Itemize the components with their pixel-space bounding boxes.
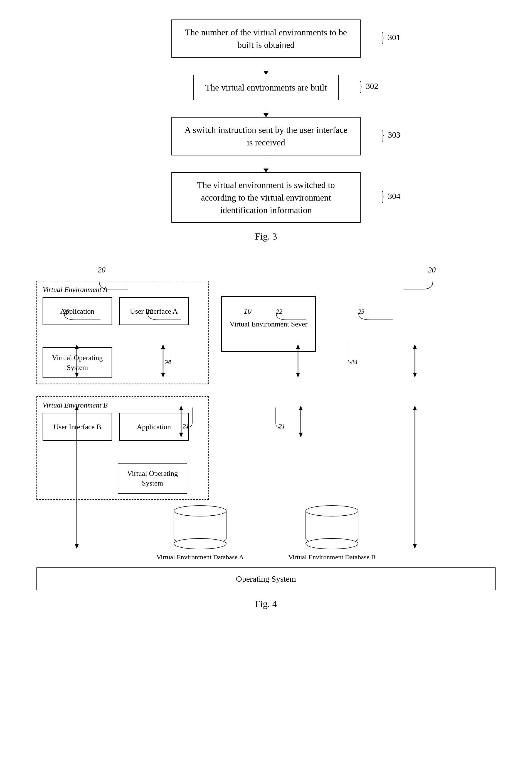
db-b-label: Virtual Environment Database B	[288, 553, 376, 561]
db-a-bottom	[174, 538, 226, 549]
fig4-caption: Fig. 4	[36, 599, 496, 609]
ve-b-top-row: User Interface B Application	[43, 413, 203, 441]
flow-step-4: The virtual environment is switched to a…	[171, 172, 361, 223]
db-a-cylinder	[174, 505, 226, 549]
flow-arrow-3	[266, 155, 267, 172]
db-row: Virtual Environment Database A Virtual E…	[36, 505, 496, 561]
flowchart-fig3: The number of the virtual environments t…	[33, 19, 499, 259]
flow-label-303: } 303	[380, 128, 400, 142]
ve-a-vos-box: Virtual Operating System	[43, 347, 112, 378]
diagram-top-labels: 20 20	[36, 264, 496, 281]
svg-marker-25	[299, 433, 303, 437]
ve-a-container: Virtual Environment A Application User I…	[36, 281, 209, 384]
ve-b-vos-box: Virtual Operating System	[118, 463, 187, 494]
flow-box-303-text: A switch instruction sent by the user in…	[184, 125, 348, 147]
ve-a-bottom-row: Virtual Operating System	[43, 347, 203, 378]
label-20-left: 20	[98, 266, 105, 274]
flow-box-304-text: The virtual environment is switched to a…	[197, 180, 335, 215]
flow-label-302: } 302	[358, 79, 378, 93]
db-a-label: Virtual Environment Database A	[156, 553, 244, 561]
ve-a-title: Virtual Environment A	[43, 286, 203, 294]
label-20-right: 20	[428, 266, 436, 274]
db-b-cylinder	[306, 505, 358, 549]
flow-box-301-text: The number of the virtual environments t…	[185, 27, 347, 50]
ve-b-app-box: Application	[119, 413, 189, 441]
flow-arrow-1	[266, 58, 267, 75]
ve-b-bottom-row: Virtual Operating System	[43, 463, 203, 494]
flow-step-3: A switch instruction sent by the user in…	[171, 117, 361, 155]
svg-text:21: 21	[279, 423, 285, 430]
flow-box-304: The virtual environment is switched to a…	[171, 172, 361, 223]
os-box: Operating System	[36, 567, 496, 590]
flow-label-301: } 301	[380, 30, 400, 44]
db-b-bottom	[306, 538, 358, 549]
flow-box-302-text: The virtual environments are built	[205, 82, 327, 92]
svg-marker-32	[413, 406, 417, 410]
db-a-container: Virtual Environment Database A	[156, 505, 244, 561]
flow-label-304: } 304	[380, 189, 400, 203]
ve-a-top-row: Application User Interface A	[43, 297, 203, 325]
page: The number of the virtual environments t…	[0, 0, 532, 637]
ve-a-app-box: Application	[43, 297, 112, 325]
svg-marker-24	[299, 406, 303, 410]
ve-b-container: Virtual Environment B User Interface B A…	[36, 396, 209, 500]
svg-marker-17	[413, 344, 417, 349]
diagram-main: 24 23 22 21 10 22	[36, 281, 496, 500]
ve-center-col: Virtual Environment Sever	[210, 281, 327, 396]
db-b-container: Virtual Environment Database B	[288, 505, 376, 561]
diagram-fig4: 20 20	[36, 264, 496, 609]
ve-b-ui-box: User Interface B	[43, 413, 112, 441]
flow-box-302: The virtual environments are built } 302	[193, 75, 338, 100]
svg-text:24: 24	[351, 359, 358, 366]
flow-box-303: A switch instruction sent by the user in…	[171, 117, 361, 155]
flow-box-301: The number of the virtual environments t…	[171, 19, 361, 58]
flow-step-1: The number of the virtual environments t…	[171, 19, 361, 58]
ves-box: Virtual Environment Sever	[221, 296, 316, 352]
flow-arrow-2	[266, 100, 267, 117]
flow-step-2: The virtual environments are built } 302	[193, 75, 338, 100]
ves-spacer	[210, 352, 327, 396]
ve-b-title: Virtual Environment B	[43, 401, 203, 409]
fig3-caption: Fig. 3	[255, 231, 277, 242]
ve-a-ui-box: User Interface A	[119, 297, 189, 325]
svg-text:23: 23	[358, 308, 364, 315]
svg-marker-18	[413, 373, 417, 377]
